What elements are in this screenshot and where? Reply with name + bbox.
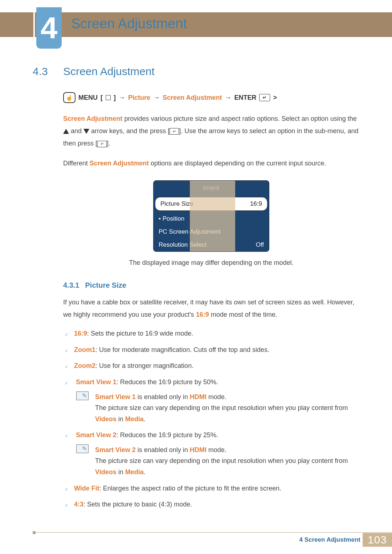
osd-label: Resolution Select [159,241,207,249]
subsection-intro: If you have a cable box or satellite rec… [63,296,359,321]
term-screen-adjustment: Screen Adjustment [90,160,149,167]
option-zoom1: Zoom1: Use for moderate magnification. C… [65,344,359,356]
footer-label: 4 Screen Adjustment [299,536,362,543]
option-desc: : Use for moderate magnification. Cuts o… [95,346,269,353]
page-footer: 4 Screen Adjustment 103 [33,532,392,547]
enter-icon: ↵ [259,94,270,101]
osd-menu-figure: tment Picture Size 16:9 • Position PC Sc… [153,180,269,252]
option-zoom2: Zoom2: Use for a stronger magnification. [65,360,359,372]
osd-menu-header: tment [154,181,269,196]
manual-page: 4 Screen Adjustment 4.3 Screen Adjustmen… [0,0,392,554]
option-name: Wide Fit [74,485,99,492]
chapter-number-badge: 4 [36,7,62,49]
enter-icon: ↵ [97,141,107,147]
text: mode most of the time. [209,311,277,318]
option-desc: : Use for a stronger magnification. [95,362,193,369]
section-heading: 4.3 Screen Adjustment [33,65,359,78]
option-name: 16:9 [74,330,87,337]
text: The picture size can vary depending on t… [95,457,348,464]
nav-enter: ENTER [234,94,256,102]
text: Media [125,468,144,476]
page-number: 103 [363,533,392,547]
chapter-title: Screen Adjustment [71,16,187,32]
option-16-9: 16:9: Sets the picture to 16:9 wide mode… [65,328,359,339]
text: is enabled only in [136,446,190,454]
paragraph-note: Different Screen Adjustment options are … [63,157,359,169]
text: in [117,415,125,423]
arrow-icon: → [119,94,125,102]
nav-menu: MENU [78,94,98,102]
section-number: 4.3 [33,65,54,78]
note-icon: ✎ [76,391,89,400]
text: is enabled only in [136,393,190,401]
note-text: Smart View 2 is enabled only in HDMI mod… [95,444,359,478]
section-title: Screen Adjustment [63,65,155,78]
note-icon: ✎ [76,444,89,453]
osd-row-pc-screen-adjustment: PC Screen Adjustment [154,225,269,238]
nav-bracket-open: [ [101,94,103,102]
osd-row-position: • Position [154,212,269,225]
text: The picture size can vary depending on t… [95,404,348,411]
note-block: ✎ Smart View 1 is enabled only in HDMI m… [76,391,359,425]
picture-size-options: 16:9: Sets the picture to 16:9 wide mode… [65,328,359,510]
arrow-icon: → [225,94,231,102]
note-text: Smart View 1 is enabled only in HDMI mod… [95,391,359,425]
nav-screen-adjustment: Screen Adjustment [163,94,222,102]
osd-label: • Position [159,215,184,222]
nav-bracket-close: ] [114,94,116,102]
menu-icon [106,95,111,100]
text: . [144,415,146,423]
up-arrow-icon [63,129,69,134]
text: arrow keys, and the press [ [89,127,170,135]
text: Videos [95,468,117,476]
subsection-title: Picture Size [85,281,126,290]
text: HDMI [190,393,207,401]
osd-label: Picture Size [160,200,193,208]
arrow-icon: → [153,94,160,102]
text: Videos [95,415,117,423]
nav-picture: Picture [128,94,150,102]
remote-icon: ☝ [63,92,75,103]
enter-icon: ↵ [170,128,179,135]
option-desc: : Sets the picture to basic (4:3) mode. [83,501,192,508]
option-name: Zoom1 [74,346,95,353]
option-desc: : Reduces the 16:9 picture by 50%. [117,378,218,386]
text: provides various picture size and aspect… [122,115,356,122]
text: HDMI [190,446,207,454]
body-column: ☝ MENU [ ] → Picture → Screen Adjustment… [63,92,359,510]
osd-label: PC Screen Adjustment [159,228,221,235]
option-smart-view-2: Smart View 2: Reduces the 16:9 picture b… [65,430,359,477]
paragraph-description: Screen Adjustment provides various pictu… [63,112,359,150]
option-wide-fit: Wide Fit: Enlarges the aspect ratio of t… [65,483,359,494]
text: Different [63,160,90,167]
option-desc: : Enlarges the aspect ratio of the pictu… [99,485,281,492]
subsection-heading: 4.3.1 Picture Size [63,281,359,290]
option-smart-view-1: Smart View 1: Reduces the 16:9 picture b… [65,377,359,424]
text: options are displayed depending on the c… [149,160,326,167]
note-block: ✎ Smart View 2 is enabled only in HDMI m… [76,444,359,478]
breadcrumb: ☝ MENU [ ] → Picture → Screen Adjustment… [63,92,359,103]
osd-value: Off [256,241,264,249]
text: Smart View 1 [95,393,136,401]
option-4-3: 4:3: Sets the picture to basic (4:3) mod… [65,499,359,510]
text: . [144,468,146,476]
text: in [117,468,125,476]
down-arrow-icon [83,129,89,134]
osd-row-picture-size: Picture Size 16:9 [155,197,268,211]
text: ]. [107,140,110,147]
osd-row-resolution-select: Resolution Select Off [154,238,269,251]
option-desc: : Sets the picture to 16:9 wide mode. [87,330,193,337]
text: Smart View 2 [95,446,136,454]
term-16-9: 16:9 [196,311,209,318]
figure-caption: The displayed image may differ depending… [63,259,359,267]
option-name: Smart View 1 [76,378,117,386]
text: and [69,127,83,135]
option-name: Smart View 2 [76,431,117,439]
option-name: Zoom2 [74,362,95,369]
text: mode. [207,446,226,454]
option-desc: : Reduces the 16:9 picture by 25%. [117,431,218,439]
option-name: 4:3 [74,501,83,508]
text: mode. [207,393,226,401]
subsection-number: 4.3.1 [63,281,79,290]
osd-value: 16:9 [250,200,262,208]
